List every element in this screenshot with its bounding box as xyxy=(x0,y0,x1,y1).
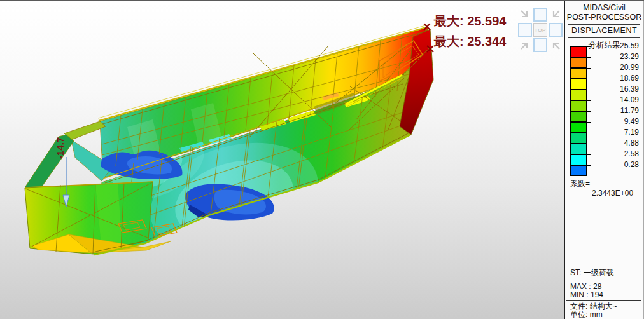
app-title-line1: MIDAS/Civil xyxy=(565,3,643,12)
nav-pan-left-button[interactable] xyxy=(518,23,532,37)
nav-rotate-button[interactable] xyxy=(549,38,563,52)
legend-tick xyxy=(587,79,591,79)
arrow-up-left-icon xyxy=(549,38,563,52)
midas-civil-window: 最大: 25.594 最大: 25.344 -14.7 TOP xyxy=(0,0,644,319)
min-node-label: MIN : 194 xyxy=(570,290,603,299)
nav-pan-down-button[interactable] xyxy=(533,38,547,52)
legend-value: 7.19 xyxy=(624,128,639,137)
legend-value: 16.39 xyxy=(620,85,639,93)
legend-tick xyxy=(587,90,591,90)
legend-tick xyxy=(587,111,591,112)
legend-tick xyxy=(587,144,591,144)
legend-color-swatch xyxy=(570,79,587,90)
legend-color-swatch xyxy=(570,165,587,176)
legend-color-swatch xyxy=(570,154,587,165)
legend-tick xyxy=(587,133,591,133)
legend-tick xyxy=(587,122,591,123)
nav-rotate-button[interactable] xyxy=(518,38,532,52)
legend-value: 18.69 xyxy=(620,74,639,83)
legend-value: 14.09 xyxy=(620,95,639,104)
legend-tick xyxy=(587,100,591,101)
legend-value: 25.59 xyxy=(620,41,639,50)
legend-tick xyxy=(587,46,591,47)
factor-label: 系数= xyxy=(570,179,590,189)
factor-value: 2.3443E+00 xyxy=(592,189,633,198)
post-processor-panel: MIDAS/Civil POST-PROCESSOR DISPLACEMENT … xyxy=(564,0,644,319)
legend-color-swatch xyxy=(570,90,587,100)
min-annotation-arrow xyxy=(63,157,69,207)
nav-rotate-button[interactable] xyxy=(549,8,563,22)
legend-row: 0.28 xyxy=(570,166,641,177)
legend-value: 0.28 xyxy=(624,160,639,169)
nav-pan-right-button[interactable] xyxy=(549,23,563,37)
legend-color-swatch xyxy=(570,111,587,122)
app-title-line2: POST-PROCESSOR xyxy=(565,13,643,22)
window-top-border xyxy=(0,0,644,1)
min-displacement-label: -14.7 xyxy=(55,137,66,159)
nav-rotate-button[interactable] xyxy=(518,8,532,22)
load-case-label: ST: 一级荷载 xyxy=(570,268,614,278)
max-displacement-label-2: 最大: 25.344 xyxy=(434,33,506,50)
max-node-label: MAX : 28 xyxy=(570,282,601,291)
legend-value: 9.49 xyxy=(624,117,639,126)
legend-value: 11.79 xyxy=(620,106,639,115)
view-navigation-cluster: TOP xyxy=(518,8,563,52)
legend: 25.5923.2920.9918.6916.3914.0911.799.497… xyxy=(570,47,641,177)
legend-value: 2.58 xyxy=(624,149,639,158)
legend-color-swatch xyxy=(570,122,587,133)
legend-tick xyxy=(587,154,591,155)
legend-value: 4.88 xyxy=(624,139,639,147)
legend-color-swatch xyxy=(570,46,587,57)
divider xyxy=(566,300,641,301)
model-viewport[interactable]: 最大: 25.594 最大: 25.344 -14.7 TOP xyxy=(0,0,564,319)
divider xyxy=(568,37,640,38)
legend-tick xyxy=(587,165,591,166)
result-mode-label: DISPLACEMENT xyxy=(565,26,643,35)
legend-tick xyxy=(587,57,591,58)
legend-color-swatch xyxy=(570,144,587,154)
legend-value: 23.29 xyxy=(620,52,639,61)
nav-pan-up-button[interactable] xyxy=(533,8,547,22)
legend-color-swatch xyxy=(570,68,587,79)
unit-label: 单位: mm xyxy=(570,309,603,319)
view-top-button[interactable]: TOP xyxy=(533,23,547,37)
arrow-up-right-icon xyxy=(518,38,532,52)
legend-color-swatch xyxy=(570,57,587,68)
divider xyxy=(566,280,641,280)
arrow-down-right-icon xyxy=(518,8,532,22)
divider xyxy=(568,24,640,25)
legend-value: 20.99 xyxy=(620,63,639,72)
legend-color-swatch xyxy=(570,100,587,111)
legend-color-swatch xyxy=(570,133,587,144)
legend-tick xyxy=(587,68,591,69)
arrow-down-left-icon xyxy=(549,8,563,22)
max-displacement-label-1: 最大: 25.594 xyxy=(434,13,506,30)
